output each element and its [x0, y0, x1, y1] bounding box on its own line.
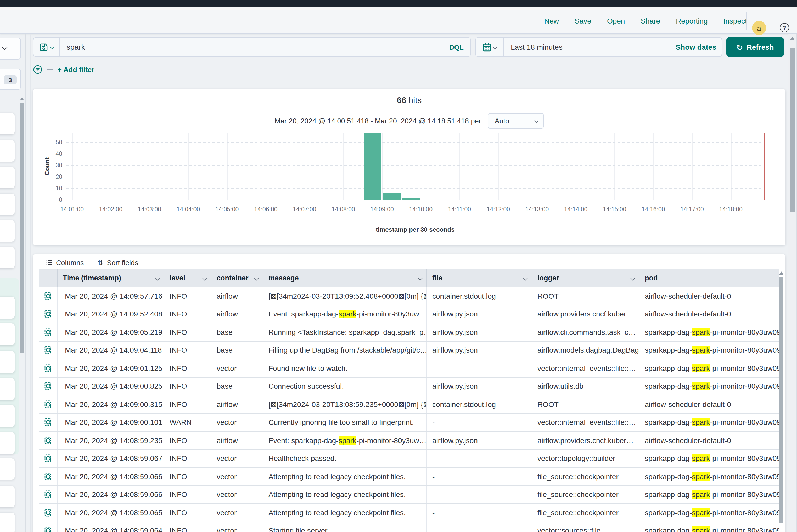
selected-field-card[interactable]	[0, 405, 15, 427]
filter-icon[interactable]	[33, 65, 42, 74]
results-table-panel: Columns ⇅ Sort fields Time (timestamp)le…	[33, 254, 785, 532]
chevron-down-icon[interactable]	[523, 276, 528, 280]
field-card[interactable]	[0, 167, 15, 188]
chevron-down-icon[interactable]	[155, 276, 160, 280]
cell-pod: sparkapp-dag-spark-pi-monitor-80y3uw09	[640, 450, 779, 467]
search-bar: spark DQL	[33, 37, 471, 57]
column-header-pod[interactable]: pod	[640, 269, 779, 287]
gridline-horizontal	[67, 165, 764, 166]
field-card[interactable]	[0, 113, 15, 134]
help-icon[interactable]: ?	[780, 23, 789, 33]
expand-row-button[interactable]	[39, 486, 58, 503]
cell-level: INFO	[164, 305, 211, 323]
columns-button[interactable]: Columns	[45, 259, 84, 267]
header-expander-column	[39, 269, 58, 287]
cell-message: Attempting to read legacy checkpoint fil…	[263, 468, 427, 485]
table-row: Mar 20, 2024 @ 14:08:59.066INFOvectorAtt…	[39, 468, 779, 486]
expand-row-button[interactable]	[39, 522, 58, 532]
cell-container: base	[211, 377, 263, 395]
cell-logger: airflow.providers.cncf.kuber…	[532, 432, 640, 449]
app-viewport: NewSaveOpenShareReportingInspect a ? 3 ×…	[0, 0, 797, 532]
field-card[interactable]	[0, 140, 15, 162]
selected-field-card[interactable]	[0, 432, 15, 454]
nav-divider	[746, 12, 747, 30]
column-header-logger[interactable]: logger	[532, 269, 640, 287]
expand-row-button[interactable]	[39, 287, 58, 305]
table-scroll-up-icon[interactable]	[779, 271, 783, 274]
nav-link-save[interactable]: Save	[575, 17, 591, 25]
field-card[interactable]	[0, 458, 15, 480]
sort-fields-button[interactable]: ⇅ Sort fields	[98, 259, 138, 267]
expand-row-button[interactable]	[39, 468, 58, 485]
cell-file: -	[427, 468, 532, 485]
expand-row-button[interactable]	[39, 504, 58, 521]
chevron-down-icon[interactable]	[254, 276, 259, 280]
field-card[interactable]	[0, 220, 15, 242]
refresh-button[interactable]: ↻ Refresh	[726, 37, 784, 57]
calendar-menu-button[interactable]	[476, 38, 504, 57]
column-header-time[interactable]: Time (timestamp)	[58, 269, 164, 287]
inspect-document-icon	[44, 490, 52, 499]
field-card[interactable]	[0, 513, 15, 532]
nav-link-inspect[interactable]: Inspect	[723, 17, 747, 25]
expand-row-button[interactable]	[39, 396, 58, 413]
page-scrollbar[interactable]	[790, 48, 795, 212]
x-axis-tick-label: 14:14:00	[557, 206, 595, 212]
chevron-down-icon[interactable]	[631, 276, 635, 280]
cell-pod: airflow-scheduler-default-0	[640, 287, 779, 305]
expand-row-button[interactable]	[39, 341, 58, 359]
histogram-bar[interactable]	[402, 197, 420, 200]
x-axis-tick-label: 14:02:00	[92, 206, 130, 212]
page-scroll-up-icon[interactable]	[790, 37, 794, 40]
column-header-level[interactable]: level	[164, 269, 211, 287]
x-axis-tick-label: 14:10:00	[402, 206, 440, 212]
query-language-button[interactable]: DQL	[449, 43, 470, 51]
nav-link-open[interactable]: Open	[607, 17, 625, 25]
gridline-vertical	[576, 133, 576, 200]
nav-link-share[interactable]: Share	[641, 17, 660, 25]
expand-row-button[interactable]	[39, 359, 58, 377]
nav-link-new[interactable]: New	[544, 17, 559, 25]
field-card[interactable]	[0, 486, 15, 508]
saved-query-menu-button[interactable]	[34, 38, 60, 57]
column-header-message[interactable]: message	[263, 269, 427, 287]
table-row: Mar 20, 2024 @ 14:09:52.408INFOairflowEv…	[39, 305, 779, 323]
add-filter-button[interactable]: + Add filter	[58, 65, 94, 74]
cell-file: -	[427, 504, 532, 521]
search-input[interactable]: spark	[60, 43, 449, 51]
sidebar-collapse-button[interactable]	[0, 38, 21, 60]
field-card[interactable]: ×	[0, 193, 15, 215]
close-icon[interactable]: ×	[0, 198, 1, 210]
sidebar-scroll-up-icon[interactable]	[20, 97, 24, 100]
expand-row-button[interactable]	[39, 377, 58, 395]
expand-row-button[interactable]	[39, 323, 58, 341]
selected-field-card[interactable]	[0, 351, 15, 373]
cell-pod: sparkapp-dag-spark-pi-monitor-80y3uw09	[640, 486, 779, 503]
chevron-down-icon[interactable]	[203, 276, 207, 280]
selected-field-card[interactable]	[0, 323, 15, 345]
field-card[interactable]	[0, 247, 15, 268]
chevron-down-icon	[2, 44, 8, 50]
time-range-value[interactable]: Last 18 minutes	[504, 43, 675, 51]
chevron-down-icon	[50, 45, 54, 50]
x-axis-tick-label: 14:15:00	[596, 206, 633, 212]
histogram-bar[interactable]	[364, 133, 381, 200]
column-header-container[interactable]: container	[211, 269, 263, 287]
expand-row-button[interactable]	[39, 414, 58, 431]
expand-row-button[interactable]	[39, 432, 58, 449]
calendar-icon	[482, 43, 492, 52]
cell-pod: sparkapp-dag-spark-pi-monitor-80y3uw09	[640, 377, 779, 395]
table-scrollbar[interactable]	[779, 277, 783, 523]
sidebar-scrollbar[interactable]	[20, 102, 23, 353]
chevron-down-icon[interactable]	[418, 276, 423, 280]
selected-field-card[interactable]	[0, 297, 15, 319]
x-axis-tick-label: 14:13:00	[518, 206, 556, 212]
selected-field-card[interactable]	[0, 378, 15, 400]
expand-row-button[interactable]	[39, 305, 58, 323]
avatar[interactable]: a	[752, 21, 766, 35]
histogram-bar[interactable]	[383, 193, 401, 200]
show-dates-button[interactable]: Show dates	[675, 43, 722, 51]
column-header-file[interactable]: file	[427, 269, 532, 287]
expand-row-button[interactable]	[39, 450, 58, 467]
nav-link-reporting[interactable]: Reporting	[676, 17, 707, 25]
